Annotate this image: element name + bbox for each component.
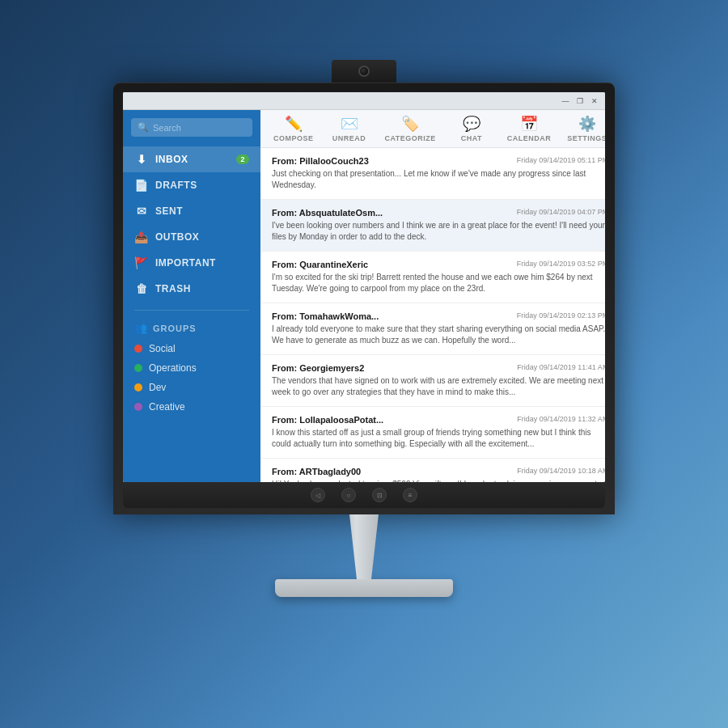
email-header-3: From: QuarantineXeric Friday 09/14/2019 …	[272, 260, 605, 269]
sidebar-item-important[interactable]: 🚩 IMPORTANT	[123, 250, 260, 276]
email-item-1[interactable]: From: PillalooCouch23 Friday 09/14/2019 …	[260, 148, 605, 200]
stand-base	[275, 579, 453, 597]
unread-label: UNREAD	[332, 134, 366, 142]
screen: — ❐ ✕ 🔍 Search	[123, 92, 605, 482]
sidebar: 🔍 Search ⬇ INBOX 2 📄 DRAFTS	[123, 110, 260, 482]
important-label: IMPORTANT	[155, 257, 216, 269]
email-item-5[interactable]: From: Georgiemyers2 Friday 09/14/2019 11…	[260, 355, 605, 407]
stand-neck	[340, 514, 388, 579]
drafts-label: DRAFTS	[155, 180, 197, 191]
bezel-btn-3[interactable]: ⊡	[372, 488, 387, 502]
email-item-7[interactable]: From: ARTbaglady00 Friday 09/14/2019 10:…	[260, 459, 605, 482]
bezel-icon-3: ⊡	[377, 492, 383, 499]
operations-dot	[134, 364, 142, 372]
sidebar-item-drafts[interactable]: 📄 DRAFTS	[123, 172, 260, 198]
monitor-wrapper: — ❐ ✕ 🔍 Search	[113, 131, 615, 597]
maximize-button[interactable]: ❐	[574, 95, 586, 107]
email-from-6: From: LollapaloosaPotat...	[272, 415, 383, 425]
groups-label: GROUPS	[153, 324, 197, 333]
calendar-button[interactable]: 📅 CALENDAR	[507, 115, 552, 142]
email-date-6: Friday 09/14/2019 11:32 AM	[517, 415, 605, 425]
operations-label: Operations	[149, 362, 197, 374]
unread-button[interactable]: ✉️ UNREAD	[330, 115, 369, 142]
app-window: 🔍 Search ⬇ INBOX 2 📄 DRAFTS	[123, 110, 605, 482]
dev-label: Dev	[149, 382, 166, 393]
search-placeholder: Search	[153, 123, 246, 133]
email-preview-5: The vendors that have signed on to work …	[272, 375, 605, 398]
email-item-4[interactable]: From: TomahawkWoma... Friday 09/14/2019 …	[260, 303, 605, 355]
email-date-4: Friday 09/14/2019 02:13 PM	[517, 311, 605, 321]
sidebar-divider	[134, 310, 249, 311]
settings-label: SETTINGS	[567, 134, 605, 142]
email-preview-4: I already told everyone to make sure tha…	[272, 324, 605, 346]
email-preview-2: I've been looking over numbers and I thi…	[272, 220, 605, 243]
toolbar: ✏️ COMPOSE ✉️ UNREAD 🏷️ CATEGORIZE	[260, 110, 605, 148]
email-header-7: From: ARTbaglady00 Friday 09/14/2019 10:…	[272, 467, 605, 476]
chat-button[interactable]: 💬 CHAT	[452, 115, 491, 142]
title-bar: — ❐ ✕	[123, 92, 605, 110]
bezel-icon-2: ○	[347, 492, 351, 499]
sidebar-item-trash[interactable]: 🗑 TRASH	[123, 276, 260, 302]
email-header-6: From: LollapaloosaPotat... Friday 09/14/…	[272, 415, 605, 425]
group-operations[interactable]: Operations	[123, 358, 260, 378]
calendar-icon: 📅	[520, 115, 538, 133]
email-from-7: From: ARTbaglady00	[272, 467, 361, 476]
email-preview-7: Hi! You've been selected to win a $500 V…	[272, 479, 605, 482]
email-header-1: From: PillalooCouch23 Friday 09/14/2019 …	[272, 156, 605, 166]
chat-label: CHAT	[461, 134, 482, 142]
minimize-button[interactable]: —	[560, 95, 571, 107]
email-preview-6: I know this started off as just a small …	[272, 427, 605, 450]
trash-label: TRASH	[155, 283, 191, 294]
webcam-lens	[358, 66, 370, 77]
bezel-btn-1[interactable]: ◁	[311, 488, 325, 502]
unread-icon: ✉️	[341, 115, 358, 133]
email-item-3[interactable]: From: QuarantineXeric Friday 09/14/2019 …	[260, 252, 605, 303]
email-date-3: Friday 09/14/2019 03:52 PM	[517, 260, 605, 269]
creative-dot	[134, 403, 142, 411]
sidebar-item-inbox[interactable]: ⬇ INBOX 2	[123, 146, 260, 172]
email-preview-3: I'm so excited for the ski trip! Barrett…	[272, 272, 605, 294]
trash-icon: 🗑	[134, 282, 149, 295]
email-from-1: From: PillalooCouch23	[272, 156, 369, 166]
bezel-btn-4[interactable]: ≡	[403, 488, 417, 502]
close-button[interactable]: ✕	[589, 95, 600, 107]
email-list[interactable]: From: PillalooCouch23 Friday 09/14/2019 …	[260, 148, 605, 482]
group-dev[interactable]: Dev	[123, 378, 260, 397]
group-social[interactable]: Social	[123, 339, 260, 358]
sidebar-item-sent[interactable]: ✉ SENT	[123, 198, 260, 224]
important-icon: 🚩	[134, 256, 149, 269]
email-from-3: From: QuarantineXeric	[272, 260, 368, 269]
email-date-2: Friday 09/14/2019 04:07 PM	[517, 208, 605, 218]
webcam	[332, 60, 396, 83]
bezel-btn-2[interactable]: ○	[341, 488, 356, 502]
group-creative[interactable]: Creative	[123, 397, 260, 417]
groups-header: 👥 GROUPS	[123, 319, 260, 339]
email-date-5: Friday 09/14/2019 11:41 AM	[517, 363, 605, 373]
email-item-6[interactable]: From: LollapaloosaPotat... Friday 09/14/…	[260, 407, 605, 459]
email-from-5: From: Georgiemyers2	[272, 363, 364, 373]
drafts-icon: 📄	[134, 179, 149, 192]
sent-label: SENT	[155, 205, 183, 217]
search-icon: 🔍	[138, 122, 149, 133]
creative-label: Creative	[149, 401, 185, 413]
bottom-bezel: ◁ ○ ⊡ ≡	[123, 482, 605, 508]
outbox-icon: 📤	[134, 231, 149, 243]
social-dot	[134, 345, 142, 353]
email-item-2[interactable]: From: AbsquatulateOsm... Friday 09/14/20…	[260, 200, 605, 252]
settings-button[interactable]: ⚙️ SETTINGS	[567, 115, 605, 142]
email-header-2: From: AbsquatulateOsm... Friday 09/14/20…	[272, 208, 605, 218]
compose-button[interactable]: ✏️ COMPOSE	[273, 115, 314, 142]
email-header-5: From: Georgiemyers2 Friday 09/14/2019 11…	[272, 363, 605, 373]
categorize-button[interactable]: 🏷️ CATEGORIZE	[385, 115, 436, 142]
inbox-label: INBOX	[155, 154, 188, 165]
email-date-1: Friday 09/14/2019 05:11 PM	[517, 156, 605, 166]
search-bar[interactable]: 🔍 Search	[131, 118, 252, 137]
email-preview-1: Just checking on that presentation... Le…	[272, 168, 605, 191]
bezel-icon-4: ≡	[408, 492, 413, 499]
email-date-7: Friday 09/14/2019 10:18 AM	[517, 467, 605, 476]
email-header-4: From: TomahawkWoma... Friday 09/14/2019 …	[272, 311, 605, 321]
sidebar-item-outbox[interactable]: 📤 OUTBOX	[123, 224, 260, 250]
groups-icon: 👥	[134, 322, 148, 334]
compose-label: COMPOSE	[273, 134, 314, 142]
compose-icon: ✏️	[285, 115, 303, 133]
